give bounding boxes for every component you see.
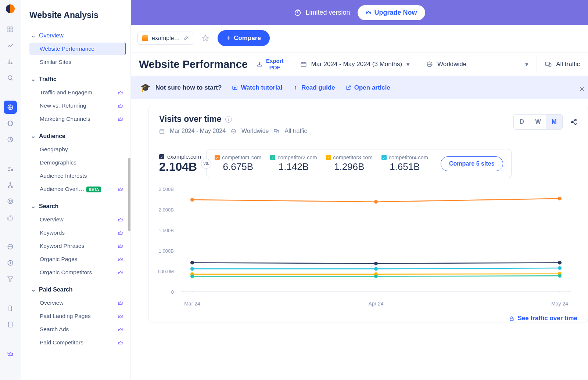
sidebar: Website Analysis ⌄OverviewWebsite Perfor… [21,0,131,380]
help-strip: 🎓Not sure how to start? Watch tutorial R… [131,76,588,99]
rail-target-icon[interactable] [4,195,17,208]
rail-tablet-icon[interactable] [4,318,17,331]
checkbox-icon[interactable]: ✓ [215,155,220,160]
card-period: Mar 2024 - May 2024 [170,128,226,134]
compare-sites-button[interactable]: Compare 5 sites [441,156,503,171]
rail-thumb-icon[interactable] [4,211,17,224]
nav-item[interactable]: Similar Sites [29,56,126,68]
checkbox-icon[interactable]: ✓ [326,155,331,160]
brand-logo [6,4,15,13]
chevron-down-icon: ⌄ [31,203,36,210]
competitor-stat: ✓competitor3.com1.296B [326,155,373,173]
calendar-icon [159,129,165,134]
rail-coin-icon[interactable] [4,256,17,269]
nav-section-audience[interactable]: ⌄Audience [29,130,129,142]
devices-icon [545,61,552,68]
nav-item[interactable]: Overview [29,213,126,226]
nav-section-traffic[interactable]: ⌄Traffic [29,73,129,86]
svg-rect-3 [11,30,13,32]
page-title: Website Performance [139,58,248,70]
rail-funnel-icon[interactable] [4,272,17,286]
nav-item[interactable]: Keywords [29,227,126,239]
external-link-icon [345,85,351,91]
svg-point-48 [374,274,378,278]
region-filter[interactable]: Worldwide ▾ [418,55,537,73]
date-filter[interactable]: Mar 2024 - May 2024 (3 Months) ▾ [292,55,418,73]
nav-section-overview[interactable]: ⌄Overview [29,29,129,42]
favorite-button[interactable] [198,31,212,45]
rail-list-search-icon[interactable] [4,162,17,175]
crown-icon [118,327,123,332]
rail-globe-icon[interactable] [4,101,17,114]
checkbox-icon[interactable]: ✓ [159,154,164,159]
nav-item[interactable]: Search Ads [29,323,126,336]
watch-tutorial-link[interactable]: Watch tutorial [232,84,282,91]
calendar-icon [300,61,307,68]
svg-point-11 [11,187,12,188]
nav-item[interactable]: Demographics [29,156,126,169]
rail-trend-icon[interactable] [4,39,17,52]
gran-month[interactable]: M [546,115,562,129]
gran-day[interactable]: D [514,115,530,129]
svg-point-47 [190,274,194,278]
nav-item[interactable]: Organic Competitors [29,266,126,279]
icon-rail [0,0,21,380]
video-icon [232,85,238,91]
competitor-stat: ✓competitor2.com1.142B [270,155,317,173]
svg-rect-0 [8,27,10,29]
rail-globe3-icon[interactable] [4,240,17,253]
traffic-filter[interactable]: All traffic [537,55,588,73]
crown-icon [118,90,123,95]
nav-item[interactable]: New vs. Returning [29,99,126,112]
rail-crown-icon[interactable] [4,347,17,361]
sidebar-scrollbar[interactable] [128,158,130,231]
see-traffic-link[interactable]: See traffic over time [149,310,588,322]
nav-item[interactable]: Traffic and Engagem… [29,86,126,99]
export-pdf-button[interactable]: ExportPDF [257,58,284,71]
site-chip[interactable]: example… [137,32,193,45]
checkbox-icon[interactable]: ✓ [270,155,275,160]
rail-search-icon[interactable] [4,71,17,84]
visits-card: Visits over timei Mar 2024 - May 2024 Wo… [148,106,588,322]
crown-icon [118,230,123,236]
crown-icon [118,243,123,249]
y-tick-label: 1.500B [159,228,174,233]
nav-item[interactable]: Marketing Channels [29,113,126,125]
open-article-link[interactable]: Open article [345,84,390,91]
share-button[interactable] [570,118,577,126]
nav-item[interactable]: Paid Competitors [29,336,126,349]
upgrade-button[interactable]: Upgrade Now [358,5,425,20]
card-region: Worldwide [241,128,269,134]
rail-bar-icon[interactable] [4,55,17,68]
svg-point-42 [374,267,378,271]
nav-item[interactable]: Overview [29,297,126,309]
chevron-down-icon: ⌄ [31,76,36,83]
close-help-button[interactable]: × [580,84,584,94]
read-guide-link[interactable]: Read guide [293,84,335,91]
svg-point-39 [374,262,378,265]
devices-icon [274,129,279,134]
nav-item[interactable]: Audience Overl…BETA [29,183,126,195]
nav-item[interactable]: Keyword Phrases [29,240,126,252]
compare-button[interactable]: + Compare [218,30,269,46]
crown-icon [118,314,123,319]
info-icon[interactable]: i [225,116,232,123]
svg-rect-1 [11,27,13,29]
limited-banner: Limited version Upgrade Now [131,0,588,25]
rail-globe2-icon[interactable] [4,117,17,130]
nav-item[interactable]: Website Performance [29,43,126,55]
svg-point-13 [9,200,11,202]
rail-dashboard-icon[interactable] [4,23,17,36]
nav-item[interactable]: Geography [29,143,126,156]
nav-item[interactable]: Organic Pages [29,253,126,265]
rail-tree-icon[interactable] [4,178,17,192]
rail-chart-icon[interactable] [4,133,17,146]
toolbar: example… + Compare [131,25,588,52]
rail-mobile-icon[interactable] [4,302,17,315]
checkbox-icon[interactable]: ✓ [381,155,387,160]
nav-item[interactable]: Paid Landing Pages [29,310,126,322]
nav-section-search[interactable]: ⌄Search [29,200,129,213]
nav-item[interactable]: Audience Interests [29,170,126,182]
gran-week[interactable]: W [530,115,546,129]
nav-section-paid-search[interactable]: ⌄Paid Search [29,283,129,296]
